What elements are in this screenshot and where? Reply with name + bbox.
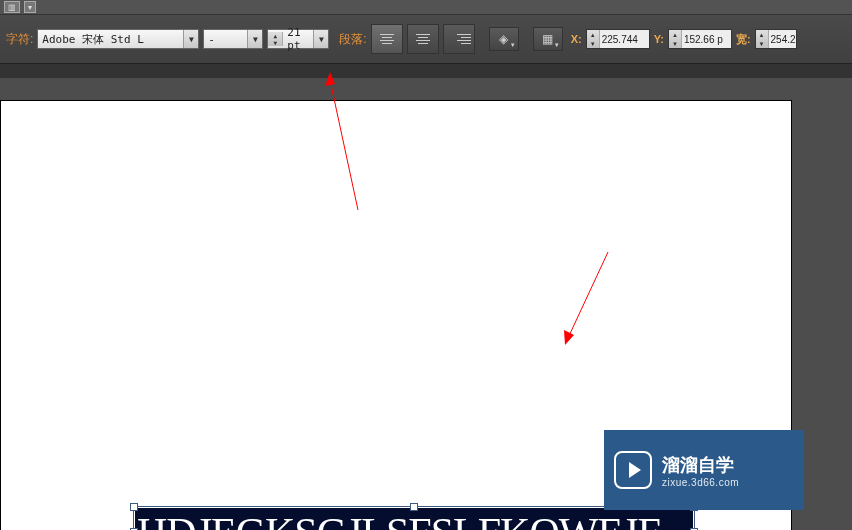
x-label: X: [571,33,582,45]
text-options-toolbar: 字符: Adobe 宋体 Std L ▼ - ▼ ▲▼ 21 pt ▼ 段落: … [0,15,852,64]
view-mode-icon[interactable]: ▾ [24,1,36,13]
font-style-dropdown[interactable]: - ▼ [203,29,263,49]
chevron-down-icon: ▼ [313,30,328,48]
paragraph-label: 段落: [339,31,366,48]
symbol-menu-button[interactable]: ◈▼ [489,27,519,51]
align-left-button[interactable] [371,24,403,54]
grid-menu-button[interactable]: ▦▼ [533,27,563,51]
x-coordinate-input[interactable]: ▲▼ 225.744 [586,29,650,49]
watermark-url: zixue.3d66.com [662,477,739,488]
tabstrip [0,64,852,78]
width-coordinate-input[interactable]: ▲▼ 254.264 [755,29,797,49]
watermark-title: 溜溜自学 [662,453,739,477]
watermark: 溜溜自学 zixue.3d66.com [604,430,804,510]
y-label: Y: [654,33,664,45]
font-size-spinner[interactable]: ▲▼ [268,32,283,46]
width-label: 宽: [736,32,751,47]
y-coordinate-input[interactable]: ▲▼ 152.66 p [668,29,732,49]
font-size-dropdown[interactable]: ▲▼ 21 pt ▼ [267,29,329,49]
play-icon [614,451,652,489]
font-family-dropdown[interactable]: Adobe 宋体 Std L ▼ [37,29,199,49]
align-right-button[interactable] [443,24,475,54]
chevron-down-icon: ▼ [247,30,262,48]
layout-icon[interactable]: ▥ [4,1,20,13]
chevron-down-icon: ▼ [183,30,198,48]
text-content[interactable]: HDJEGKSGJLSFSLFKOWEJF [135,508,693,530]
resize-handle[interactable] [130,503,138,511]
resize-handle[interactable] [410,503,418,511]
menubar: ▥ ▾ [0,0,852,15]
character-label: 字符: [6,31,33,48]
align-center-button[interactable] [407,24,439,54]
